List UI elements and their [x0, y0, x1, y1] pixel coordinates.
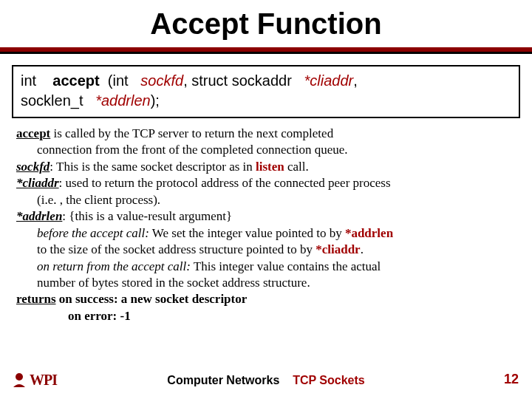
phase-return: on return from the accept call:: [37, 259, 191, 273]
footer-label-1: Computer Networks: [167, 374, 279, 386]
title-bar: Accept Function: [0, 0, 532, 52]
footer-center: Computer Networks TCP Sockets: [167, 374, 364, 387]
sig-text: );: [151, 92, 160, 109]
sig-function-name: accept: [52, 72, 99, 89]
term-sockfd: sockfd: [16, 160, 50, 174]
sig-arg-addrlen: *addrlen: [95, 92, 151, 109]
term-returns: returns: [16, 292, 56, 306]
body-line: to the size of the socket address struct…: [37, 242, 316, 256]
term-addrlen: *addrlen: [16, 209, 62, 223]
term-accept: accept: [16, 126, 50, 140]
slide-title: Accept Function: [150, 7, 381, 41]
sig-text: , struct sockaddr: [183, 72, 292, 89]
body-line: : used to return the protocol address of…: [59, 176, 391, 190]
phase-before: before the accept call:: [37, 226, 149, 240]
term-listen: listen: [256, 160, 284, 174]
body-line: (i.e. , the client process).: [37, 192, 516, 208]
ref-addrlen: *addrlen: [345, 226, 393, 240]
function-signature-box: int accept (int sockfd, struct sockaddr …: [12, 65, 520, 118]
body-line: connection from the front of the complet…: [37, 142, 516, 158]
body-line: : This is the same socket descriptor as …: [50, 160, 256, 174]
term-cliaddr: *cliaddr: [16, 176, 59, 190]
body-line: : {this is a value-result argument}: [62, 209, 232, 223]
sig-text: ,: [353, 72, 358, 89]
footer-label-2: TCP Sockets: [293, 374, 365, 386]
slide-body: accept is called by the TCP server to re…: [16, 126, 516, 324]
body-line: .: [361, 242, 364, 256]
body-line: on success: a new socket descriptor: [56, 292, 248, 306]
body-line: number of bytes stored in the socket add…: [37, 275, 516, 291]
sig-arg-sockfd: sockfd: [140, 72, 183, 89]
body-line: on error: -1: [68, 308, 516, 324]
ref-cliaddr: *cliaddr: [316, 242, 360, 256]
sig-text: socklen_t: [21, 92, 83, 109]
slide-footer: WPI Computer Networks TCP Sockets 12: [0, 368, 532, 390]
body-line: This integer value contains the actual: [191, 259, 381, 273]
sig-arg-cliaddr: *cliaddr: [304, 72, 354, 89]
page-number: 12: [504, 372, 519, 387]
wpi-logo: WPI: [10, 369, 62, 390]
logo-text: WPI: [30, 372, 57, 389]
body-line: We set the integer value pointed to by: [149, 226, 345, 240]
sig-text: (int: [108, 72, 129, 89]
svg-point-0: [16, 373, 23, 381]
body-line: is called by the TCP server to return th…: [50, 126, 333, 140]
wpi-head-icon: [10, 371, 28, 389]
sig-return-type: int: [21, 72, 36, 89]
body-line: call.: [284, 160, 309, 174]
